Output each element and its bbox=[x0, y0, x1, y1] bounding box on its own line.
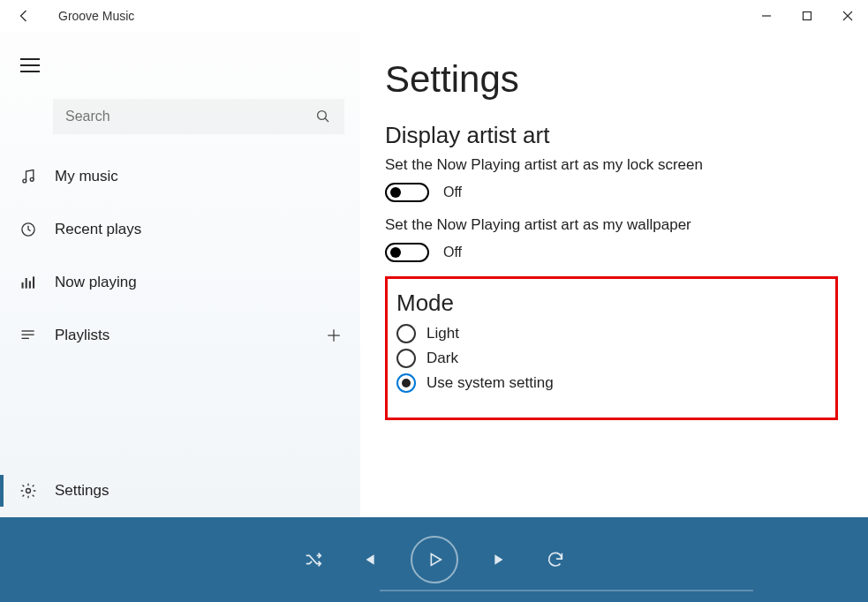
title-bar: Groove Music bbox=[0, 0, 868, 32]
app-title: Groove Music bbox=[58, 9, 134, 23]
player-bar bbox=[0, 517, 868, 602]
svg-rect-13 bbox=[26, 278, 27, 289]
wallpaper-art-state: Off bbox=[443, 245, 462, 260]
svg-rect-14 bbox=[29, 281, 31, 288]
radio-icon bbox=[396, 373, 416, 393]
sidebar-item-label: My music bbox=[55, 168, 344, 185]
gear-icon bbox=[18, 482, 39, 500]
svg-point-7 bbox=[318, 111, 327, 120]
section-title-mode: Mode bbox=[396, 290, 819, 317]
wallpaper-art-label: Set the Now Playing artist art as my wal… bbox=[385, 216, 838, 234]
wallpaper-art-toggle-row: Off bbox=[385, 243, 838, 262]
sidebar-item-settings[interactable]: Settings bbox=[0, 464, 360, 517]
mode-section-highlight: Mode Light Dark Use system setting bbox=[385, 276, 838, 420]
settings-content: Settings Display artist art Set the Now … bbox=[360, 32, 868, 517]
next-button[interactable] bbox=[488, 547, 513, 572]
radio-label: Use system setting bbox=[426, 374, 554, 392]
sidebar-item-label: Settings bbox=[55, 482, 344, 500]
lock-screen-art-toggle-row: Off bbox=[385, 183, 838, 202]
section-title-artist-art: Display artist art bbox=[385, 122, 838, 149]
search-input[interactable] bbox=[65, 109, 314, 124]
sidebar-item-playlists[interactable]: Playlists bbox=[0, 309, 360, 362]
equalizer-icon bbox=[18, 274, 39, 291]
wallpaper-art-toggle[interactable] bbox=[385, 243, 429, 262]
svg-point-10 bbox=[30, 177, 34, 181]
player-controls bbox=[301, 536, 568, 583]
svg-rect-15 bbox=[33, 276, 34, 288]
back-button[interactable] bbox=[16, 8, 34, 24]
shuffle-button[interactable] bbox=[301, 547, 326, 572]
mode-option-dark[interactable]: Dark bbox=[396, 349, 819, 368]
lock-screen-art-state: Off bbox=[443, 184, 462, 200]
minimize-button[interactable] bbox=[746, 0, 787, 32]
page-title: Settings bbox=[385, 58, 838, 101]
radio-icon bbox=[396, 349, 416, 368]
radio-label: Dark bbox=[426, 350, 458, 367]
close-button[interactable] bbox=[827, 0, 868, 32]
playlist-icon bbox=[18, 327, 39, 344]
sidebar-item-label: Now playing bbox=[55, 274, 344, 291]
sidebar-item-recent-plays[interactable]: Recent plays bbox=[0, 203, 360, 256]
sidebar-item-my-music[interactable]: My music bbox=[0, 150, 360, 203]
play-button[interactable] bbox=[411, 536, 458, 583]
app-window: Groove Music bbox=[0, 0, 868, 602]
add-playlist-button[interactable] bbox=[323, 327, 344, 343]
lock-screen-art-label: Set the Now Playing artist art as my loc… bbox=[385, 156, 838, 174]
svg-point-21 bbox=[26, 489, 31, 493]
window-controls bbox=[746, 0, 868, 32]
maximize-button[interactable] bbox=[787, 0, 827, 32]
sidebar-item-label: Playlists bbox=[55, 327, 323, 344]
app-body: My music Recent plays Now playing Playli… bbox=[0, 32, 868, 517]
progress-bar[interactable] bbox=[380, 590, 753, 591]
sidebar-item-now-playing[interactable]: Now playing bbox=[0, 256, 360, 309]
svg-line-8 bbox=[325, 118, 328, 122]
sidebar: My music Recent plays Now playing Playli… bbox=[0, 32, 360, 517]
search-icon bbox=[314, 109, 332, 124]
mode-option-system[interactable]: Use system setting bbox=[396, 373, 819, 393]
svg-rect-12 bbox=[22, 282, 24, 289]
radio-icon bbox=[396, 324, 416, 343]
search-box[interactable] bbox=[53, 99, 344, 134]
svg-rect-1 bbox=[804, 12, 811, 20]
title-bar-left: Groove Music bbox=[0, 8, 134, 24]
hamburger-button[interactable] bbox=[12, 48, 48, 83]
music-note-icon bbox=[18, 168, 39, 185]
radio-label: Light bbox=[426, 325, 459, 342]
previous-button[interactable] bbox=[356, 547, 381, 572]
sidebar-item-label: Recent plays bbox=[55, 221, 344, 238]
repeat-button[interactable] bbox=[543, 547, 568, 572]
mode-option-light[interactable]: Light bbox=[396, 324, 819, 343]
clock-icon bbox=[18, 221, 39, 238]
svg-point-9 bbox=[23, 179, 26, 183]
lock-screen-art-toggle[interactable] bbox=[385, 183, 429, 202]
